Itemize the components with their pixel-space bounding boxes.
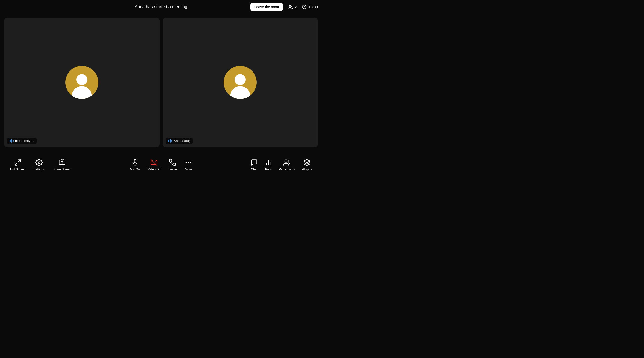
participant-name-2: Anna (You)	[174, 139, 190, 143]
settings-button[interactable]: Settings	[34, 159, 45, 171]
audio-bar	[168, 140, 169, 142]
audio-bar	[10, 140, 11, 142]
audio-bar	[170, 139, 171, 143]
avatar-person-1	[65, 66, 98, 99]
fullscreen-icon	[14, 159, 21, 166]
mic-button[interactable]: Mic On	[130, 159, 140, 171]
leave-button[interactable]: Leave	[168, 159, 177, 171]
toolbar-center: Mic On Video Off Leave More	[130, 159, 192, 171]
leave-icon	[169, 159, 176, 166]
video-tile-2: Anna (You)	[163, 18, 318, 147]
svg-point-13	[186, 162, 187, 163]
audio-bars-1	[10, 139, 14, 143]
participant-label-1: blue-firefly-...	[7, 138, 37, 144]
video-button[interactable]: Video Off	[148, 159, 160, 171]
svg-line-2	[18, 160, 21, 162]
svg-point-19	[285, 160, 287, 162]
share-screen-icon	[59, 159, 66, 166]
leave-room-button[interactable]: Leave the room	[250, 3, 283, 11]
participant-label-2: Anna (You)	[166, 138, 193, 144]
plugins-icon	[303, 159, 310, 166]
toolbar: Full Screen Settings Share Screen	[0, 151, 322, 179]
svg-point-4	[38, 162, 40, 164]
video-tile-1: blue-firefly-...	[4, 18, 160, 147]
avatar-head-2	[235, 74, 246, 85]
meeting-time: 18:30	[308, 5, 318, 9]
participants-icon	[283, 159, 290, 166]
avatar-2	[224, 66, 257, 99]
header: Anna has started a meeting Leave the roo…	[0, 0, 322, 14]
plugins-button[interactable]: Plugins	[302, 159, 312, 171]
participant-count-display: 2	[288, 4, 297, 9]
header-controls: Leave the room 2 18:30	[250, 3, 318, 11]
svg-line-3	[15, 163, 17, 165]
more-button[interactable]: More	[185, 159, 192, 171]
avatar-person-2	[224, 66, 257, 99]
participant-count: 2	[295, 5, 297, 9]
polls-button[interactable]: Polls	[265, 159, 272, 171]
polls-icon	[265, 159, 272, 166]
avatar-head-1	[76, 74, 87, 85]
audio-bar	[171, 140, 172, 142]
chat-icon	[251, 159, 258, 166]
svg-point-14	[188, 162, 189, 163]
meeting-time-display: 18:30	[302, 4, 318, 9]
participants-header-icon	[288, 4, 293, 9]
svg-rect-9	[134, 159, 136, 163]
chat-button[interactable]: Chat	[251, 159, 258, 171]
avatar-1	[65, 66, 98, 99]
gear-icon	[35, 159, 43, 166]
video-off-icon	[150, 159, 158, 166]
meeting-title: Anna has started a meeting	[135, 4, 187, 9]
audio-bar	[13, 140, 14, 142]
more-icon	[185, 159, 192, 166]
clock-icon	[302, 4, 307, 9]
toolbar-right: Chat Polls Participants	[251, 159, 312, 171]
svg-point-15	[190, 162, 191, 163]
avatar-body-1	[72, 86, 92, 99]
svg-point-0	[289, 5, 291, 6]
participants-button[interactable]: Participants	[279, 159, 295, 171]
fullscreen-button[interactable]: Full Screen	[10, 159, 26, 171]
video-area: blue-firefly-... Anna (You)	[0, 14, 322, 151]
avatar-body-2	[230, 86, 250, 99]
audio-bars-2	[168, 139, 172, 143]
share-screen-button[interactable]: Share Screen	[53, 159, 71, 171]
audio-bar	[11, 139, 12, 143]
toolbar-left: Full Screen Settings Share Screen	[10, 159, 71, 171]
mic-icon	[131, 159, 138, 166]
participant-name-1: blue-firefly-...	[15, 139, 34, 143]
